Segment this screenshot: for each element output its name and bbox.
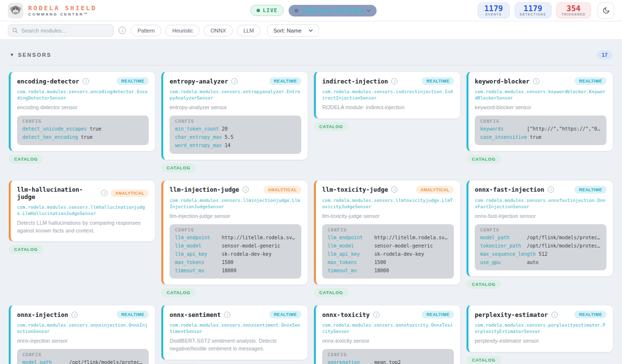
sensor-card-encoding-detector[interactable]: encoding-detectoriREALTIMEcom.rodela.mod… — [9, 71, 156, 151]
sort-dropdown[interactable]: Sort: Name — [267, 24, 318, 37]
filter-chip-onnx[interactable]: ONNX — [204, 25, 233, 36]
config-value: sk-rodela-dev-key — [222, 250, 271, 258]
sensor-card-cell: keyword-blockeriREALTIMEcom.rodela.modul… — [466, 71, 613, 164]
catalog-badge: CATALOG — [314, 288, 348, 297]
config-row: detect_hex_encodingtrue — [22, 133, 143, 141]
config-key: llm_model — [328, 242, 371, 250]
config-value: auto — [527, 258, 538, 266]
sensor-name: llm-injection-judge — [170, 186, 239, 193]
config-row: model_path/opt/flink/models/protec… — [480, 233, 601, 242]
sensor-type-badge: ANALYTICAL — [263, 186, 301, 194]
config-row: detect_unicode_escapestrue — [22, 125, 143, 133]
config-value: 14 — [225, 141, 230, 149]
config-key: max_sequence_length — [480, 250, 536, 258]
sensor-card-llm-toxicity-judge[interactable]: llm-toxicity-judgeiANALYTICALcom.rodela.… — [314, 180, 461, 285]
info-icon[interactable]: i — [391, 186, 397, 193]
sensor-card-grid: encoding-detectoriREALTIMEcom.rodela.mod… — [9, 71, 613, 364]
config-value: sensor-model-generic — [222, 242, 280, 250]
filter-chip-llm[interactable]: LLM — [237, 25, 260, 36]
info-icon[interactable]: i — [552, 312, 558, 318]
info-icon[interactable]: i — [373, 312, 380, 318]
sensor-class-path: com.rodela.modules.sensors.keywordblocke… — [475, 88, 606, 101]
sensor-description: onnx-fast-injection sensor — [475, 213, 606, 220]
config-value: sk-rodela-dev-key — [374, 250, 424, 258]
info-icon[interactable]: i — [242, 186, 249, 193]
config-row: word_entropy_max14 — [175, 141, 296, 149]
scenario-selector[interactable]: showcase-multidim — [289, 5, 377, 17]
filter-chip-pattern[interactable]: Pattern — [131, 25, 161, 36]
sensor-description: llm-toxicity-judge sensor — [322, 213, 454, 220]
sensor-card-indirect-injection[interactable]: indirect-injectioniREALTIMEcom.rodela.mo… — [314, 71, 461, 119]
info-icon[interactable]: i — [71, 312, 78, 318]
sensor-description: encoding-detector sensor — [17, 104, 149, 112]
info-icon[interactable]: i — [224, 312, 230, 318]
sensor-name: onnx-fast-injection — [475, 186, 544, 193]
config-row: llm_endpointhttp://litellm.rodela.sv… — [328, 233, 449, 242]
sensor-card-onnx-fast-injection[interactable]: onnx-fast-injectioniREALTIMEcom.rodela.m… — [466, 180, 613, 277]
sensor-card-keyword-blocker[interactable]: keyword-blockeriREALTIMEcom.rodela.modul… — [466, 71, 613, 151]
info-icon[interactable]: i — [119, 27, 126, 34]
info-icon[interactable]: i — [231, 78, 238, 84]
sensor-card-onnx-toxicity[interactable]: onnx-toxicityiREALTIMEcom.rodela.modules… — [314, 305, 461, 364]
sensor-description: DistilBERT-SST2 sentiment analysis. Dete… — [170, 337, 301, 353]
sensor-description: onnx-toxicity sensor — [322, 337, 454, 345]
sensors-section-header[interactable]: ▼ SENSORS 17 — [9, 48, 613, 66]
live-label: LIVE — [263, 7, 278, 14]
sensor-card-onnx-sentiment[interactable]: onnx-sentimentiREALTIMEcom.rodela.module… — [161, 305, 308, 360]
info-icon[interactable]: i — [101, 190, 107, 196]
stat-triggered-label: TRIGGERED — [562, 13, 586, 16]
sensor-card-cell: onnx-sentimentiREALTIMEcom.rodela.module… — [161, 305, 308, 364]
catalog-badge: CATALOG — [161, 288, 196, 297]
config-label: CONFIG — [480, 119, 601, 124]
sensor-config-block: CONFIGmin_token_count20char_entropy_max5… — [170, 116, 301, 154]
theme-toggle-button[interactable] — [598, 2, 614, 19]
sensor-class-path: com.rodela.modules.sensors.onnxtoxicity.… — [322, 322, 454, 334]
config-value: 1500 — [374, 258, 386, 266]
sensor-card-perplexity-estimator[interactable]: perplexity-estimatoriREALTIMEcom.rodela.… — [466, 305, 613, 352]
catalog-badge: CATALOG — [9, 155, 43, 164]
info-icon[interactable]: i — [548, 186, 554, 193]
filter-toolbar: i PatternHeuristicONNXLLM Sort: Name — [0, 21, 622, 40]
sensor-card-onnx-injection[interactable]: onnx-injectioniREALTIMEcom.rodela.module… — [9, 305, 156, 364]
config-key: llm_endpoint — [175, 233, 219, 242]
stat-triggered: 354 TRIGGERED — [556, 2, 591, 19]
filter-chip-heuristic[interactable]: Heuristic — [165, 25, 200, 36]
sensor-name: llm-hallucination-judge — [17, 186, 98, 200]
section-title: SENSORS — [18, 52, 52, 58]
config-row: max_tokens1500 — [328, 258, 449, 266]
sensor-card-llm-injection-judge[interactable]: llm-injection-judgeiANALYTICALcom.rodela… — [161, 180, 308, 285]
sensor-card-entropy-analyzer[interactable]: entropy-analyzeriREALTIMEcom.rodela.modu… — [161, 71, 308, 160]
config-key: tokenizer_path — [480, 242, 524, 250]
info-icon[interactable]: i — [391, 78, 397, 84]
config-row: case_insensitivetrue — [480, 133, 601, 141]
config-label: CONFIG — [328, 228, 449, 232]
config-key: word_entropy_max — [175, 141, 222, 149]
config-key: llm_api_key — [175, 250, 219, 258]
caret-down-icon: ▼ — [10, 52, 14, 57]
sensor-name: onnx-toxicity — [322, 311, 370, 318]
sensor-type-badge: REALTIME — [422, 77, 454, 85]
config-row: max_tokens1500 — [175, 258, 296, 266]
sensor-card-cell: perplexity-estimatoriREALTIMEcom.rodela.… — [466, 305, 613, 364]
sensor-description: RODELA module: indirect-injection — [322, 104, 454, 112]
sensor-config-block: CONFIGllm_endpointhttp://litellm.rodela.… — [322, 224, 454, 279]
config-row: timeout_ms18000 — [328, 266, 449, 275]
config-key: llm_model — [175, 242, 219, 250]
live-dot-icon — [257, 9, 260, 12]
brand-subtitle: COMMAND CENTER™ — [28, 12, 97, 17]
info-icon[interactable]: i — [533, 78, 539, 84]
sensor-card-llm-hallucination-judge[interactable]: llm-hallucination-judgeiANALYTICALcom.ro… — [9, 180, 156, 242]
info-icon[interactable]: i — [83, 78, 89, 84]
sensor-config-block: CONFIGdetect_unicode_escapestruedetect_h… — [17, 116, 149, 145]
sensor-type-badge: REALTIME — [117, 311, 149, 318]
search-input[interactable] — [8, 24, 114, 37]
config-value: /opt/flink/models/protec… — [527, 233, 600, 242]
main-content: ▼ SENSORS 17 encoding-detectoriREALTIMEc… — [0, 40, 622, 364]
config-row: timeout_ms18000 — [175, 266, 296, 275]
config-key: llm_api_key — [328, 250, 371, 258]
config-row: llm_modelsensor-model-generic — [175, 242, 296, 250]
sensor-card-cell: llm-toxicity-judgeiANALYTICALcom.rodela.… — [314, 180, 461, 298]
config-label: CONFIG — [22, 352, 143, 357]
sensor-class-path: com.rodela.modules.sensors.indirectinjec… — [322, 88, 454, 101]
sensor-type-badge: ANALYTICAL — [416, 186, 454, 194]
